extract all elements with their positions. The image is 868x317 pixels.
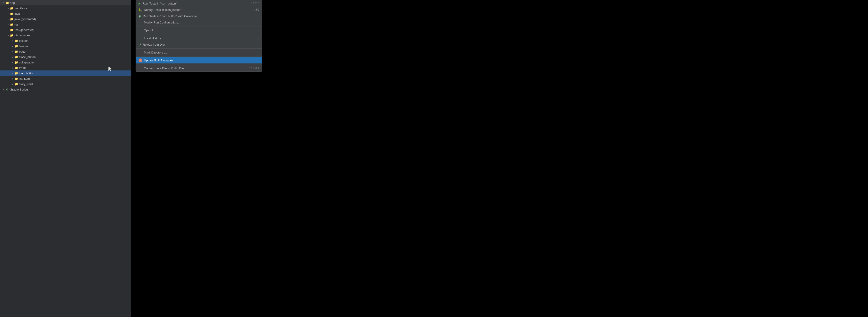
gradle-icon: ⚙ bbox=[5, 87, 9, 91]
context-menu: ▶ Run 'Tests in 'icon_button'' ⌃⇧F10 🐛 D… bbox=[135, 0, 262, 72]
tree-item-res[interactable]: 📁 res bbox=[0, 22, 131, 27]
menu-item-debug-tests[interactable]: 🐛 Debug 'Tests in 'icon_button'' ⌃⇧F9 bbox=[136, 6, 262, 13]
tree-item-ui-packages[interactable]: 📁 ui-packages bbox=[0, 33, 131, 38]
menu-item-debug-left: 🐛 Debug 'Tests in 'icon_button'' bbox=[138, 8, 182, 11]
folder-icon-story-card: 📁 bbox=[14, 82, 18, 86]
folder-icon-balloon: 📁 bbox=[14, 39, 18, 42]
menu-item-convert-left: Convert Java File to Kotlin File bbox=[138, 67, 184, 70]
label-story-card: story_card bbox=[19, 82, 33, 86]
chevron-java-generated bbox=[6, 17, 10, 21]
menu-item-mark-directory[interactable]: Mark Directory as › bbox=[136, 49, 262, 56]
run-icon: ▶ bbox=[138, 2, 141, 5]
run-tests-shortcut: ⌃⇧F10 bbox=[250, 2, 259, 5]
chevron-gradle bbox=[2, 87, 5, 91]
label-balloon: balloon bbox=[19, 39, 29, 42]
chevron-list-item bbox=[11, 77, 14, 80]
tree-item-res-generated[interactable]: 📁 res (generated) bbox=[0, 27, 131, 33]
label-app: app bbox=[10, 1, 15, 4]
chevron-close-button bbox=[11, 55, 14, 59]
label-manifests: manifests bbox=[14, 6, 27, 10]
menu-item-open-in[interactable]: Open In › bbox=[136, 27, 262, 33]
tree-item-list-item[interactable]: 📁 list_item bbox=[0, 76, 131, 81]
menu-item-convert-kotlin[interactable]: Convert Java File to Kotlin File ⌥⇧⌘K bbox=[136, 65, 262, 71]
folder-icon-java: 📁 bbox=[10, 12, 13, 15]
convert-kotlin-shortcut: ⌥⇧⌘K bbox=[249, 67, 259, 70]
open-in-arrow: › bbox=[258, 29, 259, 32]
label-res-generated: res (generated) bbox=[14, 28, 35, 32]
tree-item-gradle[interactable]: ⚙ Gradle Scripts bbox=[0, 87, 131, 92]
folder-icon-collapsable: 📁 bbox=[14, 61, 18, 64]
tree-item-java-generated[interactable]: 📁 java (generated) bbox=[0, 16, 131, 22]
reload-icon: ↺ bbox=[138, 43, 141, 46]
tree-item-collapsable[interactable]: 📁 collapsable bbox=[0, 60, 131, 65]
folder-icon-frame: 📁 bbox=[14, 66, 18, 70]
tree-item-icon-button[interactable]: 📁 icon_button bbox=[0, 70, 131, 76]
chevron-java bbox=[6, 12, 10, 15]
menu-item-run-coverage[interactable]: ◉ Run 'Tests in 'icon_button'' with Cove… bbox=[136, 13, 262, 19]
run-tests-label: Run 'Tests in 'icon_button'' bbox=[143, 2, 177, 5]
menu-item-history-left: Local History bbox=[138, 37, 161, 40]
reload-label: Reload from Disk bbox=[143, 43, 165, 46]
menu-item-local-history[interactable]: Local History › bbox=[136, 35, 262, 41]
tree-item-frame[interactable]: 📁 frame bbox=[0, 65, 131, 70]
menu-item-modify-left: Modify Run Configuration... bbox=[138, 21, 180, 24]
tree-item-close-button[interactable]: 📁 close_button bbox=[0, 54, 131, 60]
mark-directory-arrow: › bbox=[258, 51, 259, 54]
label-java: java bbox=[14, 12, 20, 15]
menu-item-update-left: ↑ Update 5 UI Packages bbox=[138, 59, 173, 62]
menu-item-mark-left: Mark Directory as bbox=[138, 51, 167, 54]
main-container: 📁 app 📁 manifests 📁 java 📁 java (generat… bbox=[0, 0, 868, 317]
label-ui-packages: ui-packages bbox=[14, 34, 30, 37]
tree-item-java[interactable]: 📁 java bbox=[0, 11, 131, 16]
open-in-label: Open In bbox=[144, 29, 154, 32]
menu-item-run-tests-left: ▶ Run 'Tests in 'icon_button'' bbox=[138, 2, 177, 5]
tree-item-button[interactable]: 📁 button bbox=[0, 49, 131, 54]
convert-kotlin-label: Convert Java File to Kotlin File bbox=[144, 67, 184, 70]
local-history-arrow: › bbox=[258, 37, 259, 40]
folder-icon-ui-packages: 📁 bbox=[10, 33, 13, 37]
run-coverage-label: Run 'Tests in 'icon_button'' with Covera… bbox=[143, 14, 197, 18]
label-list-item: list_item bbox=[19, 77, 30, 80]
folder-icon-close-button: 📁 bbox=[14, 55, 18, 59]
menu-item-open-in-left: Open In bbox=[138, 29, 154, 32]
label-frame: frame bbox=[19, 66, 26, 70]
tree-item-app[interactable]: 📁 app bbox=[0, 0, 131, 5]
label-close-button: close_button bbox=[19, 55, 36, 59]
menu-item-reload[interactable]: ↺ Reload from Disk bbox=[136, 41, 262, 48]
sidebar: 📁 app 📁 manifests 📁 java 📁 java (generat… bbox=[0, 0, 131, 317]
label-collapsable: collapsable bbox=[19, 61, 34, 64]
folder-icon-app: 📁 bbox=[5, 1, 9, 4]
label-button: button bbox=[19, 50, 27, 53]
tree-item-manifests[interactable]: 📁 manifests bbox=[0, 5, 131, 11]
chevron-app bbox=[2, 1, 5, 4]
folder-icon-button: 📁 bbox=[14, 50, 18, 53]
divider-4 bbox=[136, 56, 262, 57]
folder-icon-list-item: 📁 bbox=[14, 77, 18, 80]
menu-item-modify-run[interactable]: Modify Run Configuration... bbox=[136, 19, 262, 26]
coverage-icon: ◉ bbox=[138, 14, 141, 18]
chevron-res bbox=[6, 23, 10, 26]
folder-icon-java-generated: 📁 bbox=[10, 17, 13, 21]
chevron-manifests bbox=[6, 6, 10, 10]
folder-icon-icon-button: 📁 bbox=[14, 71, 18, 75]
tree-item-balloon[interactable]: 📁 balloon bbox=[0, 38, 131, 43]
menu-item-coverage-left: ◉ Run 'Tests in 'icon_button'' with Cove… bbox=[138, 14, 197, 18]
tree-item-story-card[interactable]: 📁 story_card bbox=[0, 81, 131, 87]
chevron-banner bbox=[11, 44, 14, 48]
label-icon-button: icon_button bbox=[19, 72, 34, 75]
label-java-generated: java (generated) bbox=[14, 17, 36, 21]
menu-item-reload-left: ↺ Reload from Disk bbox=[138, 43, 165, 46]
update-packages-label: Update 5 UI Packages bbox=[144, 59, 173, 62]
debug-tests-shortcut: ⌃⇧F9 bbox=[251, 8, 259, 11]
chevron-balloon bbox=[11, 39, 14, 42]
label-gradle: Gradle Scripts bbox=[10, 88, 29, 91]
local-history-label: Local History bbox=[144, 37, 161, 40]
folder-icon-res: 📁 bbox=[10, 23, 13, 26]
menu-item-update-packages[interactable]: ↑ Update 5 UI Packages bbox=[136, 57, 262, 64]
update-icon: ↑ bbox=[138, 59, 142, 62]
debug-icon: 🐛 bbox=[138, 8, 142, 11]
tree-item-banner[interactable]: 📁 banner bbox=[0, 43, 131, 49]
chevron-button bbox=[11, 50, 14, 53]
mark-directory-label: Mark Directory as bbox=[144, 51, 167, 54]
menu-item-run-tests[interactable]: ▶ Run 'Tests in 'icon_button'' ⌃⇧F10 bbox=[136, 0, 262, 6]
